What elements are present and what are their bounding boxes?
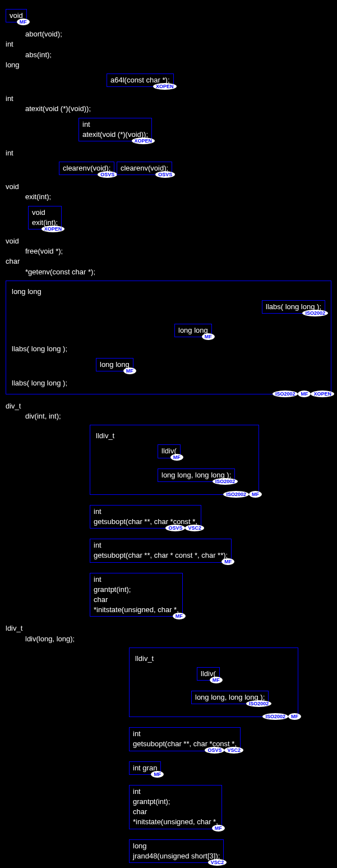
badge-mf: MF — [151, 771, 164, 778]
dialect-box: int getsubopt(char **, char *const *,OSV… — [90, 505, 201, 529]
dialect-big-box: lldiv_tlldiv(MFlong long, long long );IS… — [90, 425, 259, 495]
badge-xopen: XOPEN — [132, 137, 155, 144]
code-line: int getsubopt(char **, char *const *,OSV… — [6, 724, 331, 757]
badge-mf: MF — [298, 391, 311, 397]
code-line: lldiv_tlldiv(MFlong long, long long );IS… — [6, 421, 331, 502]
badge-mf: MF — [123, 368, 136, 374]
dialect-box: voidMF — [6, 9, 27, 22]
badge-mf: MF — [221, 558, 234, 565]
badge-mf: MF — [249, 491, 262, 498]
badge-iso2002: ISO2002 — [273, 391, 298, 397]
code-line: ldiv_t — [6, 623, 331, 633]
badge-vsc2: VSC2 — [224, 747, 243, 754]
code-line: ldiv(long, long); — [6, 634, 331, 644]
badge-mf: MF — [202, 333, 215, 340]
code-line: abs(int); — [6, 50, 331, 60]
badge-osvs: OSVS — [165, 525, 185, 531]
dialect-box: a64l(const char *);XOPEN — [107, 74, 174, 87]
code-line: int getsubopt(char **, char *const *,OSV… — [6, 502, 331, 535]
badge-xopen: XOPEN — [153, 83, 177, 90]
dialect-box: int atexit(void (*)(void));XOPEN — [79, 118, 152, 141]
badge-mf: MF — [17, 19, 30, 25]
badge-iso2002: ISO2002 — [223, 491, 249, 498]
code-line: int grantpt(int); char *initstate(unsign… — [6, 570, 331, 624]
code-line: *getenv(const char *); — [6, 267, 331, 277]
code-line: int — [6, 94, 331, 104]
code-line: div_t — [6, 401, 331, 411]
code-line: void — [6, 182, 331, 192]
badge-mf: MF — [173, 613, 186, 619]
dialect-box: lldiv(MF — [197, 667, 220, 681]
badge-mf: MF — [288, 713, 301, 720]
dialect-box: int getsubopt(char **, char * const *, c… — [90, 539, 232, 562]
code-line: int getsubopt(char **, char * const *, c… — [6, 535, 331, 569]
code-line: char — [6, 256, 331, 267]
code-line: long jrand48(unsigned short[3]);VSC2 — [6, 836, 331, 868]
badge-osvs: OSVS — [155, 171, 175, 178]
dialect-box: int grantpt(int); char *initstate(unsign… — [90, 573, 183, 617]
code-line: int granMF — [6, 758, 331, 782]
dialect-box: clearenv(void);OSVS — [117, 162, 172, 175]
code-line: int atexit(void (*)(void));XOPEN — [6, 114, 331, 148]
code-line: int — [6, 39, 331, 49]
code-line: lldiv_tlldiv(MFlong long, long long );IS… — [6, 644, 331, 724]
badge-vsc2: VSC2 — [185, 525, 204, 531]
dialect-box: int getsubopt(char **, char *const *,OSV… — [129, 727, 241, 751]
dialect-box: int grantpt(int); char *initstate(unsign… — [129, 785, 222, 829]
dialect-box: void exit(int);XOPEN — [28, 206, 62, 229]
dialect-big-box: lldiv_tlldiv(MFlong long, long long );IS… — [129, 647, 298, 718]
code-line: void exit(int);XOPEN — [6, 203, 331, 236]
code-line: div(int, int); — [6, 411, 331, 421]
code-line: void — [6, 236, 331, 246]
dialect-box: long jrand48(unsigned short[3]);VSC2 — [129, 839, 224, 863]
code-line: exit(int); — [6, 192, 331, 202]
badge-iso2002: ISO2002 — [302, 310, 328, 316]
badge-osvs: OSVS — [98, 171, 117, 178]
code-line: abort(void); — [6, 29, 331, 39]
code-line: a64l(const char *);XOPEN — [6, 70, 331, 94]
code-line: int — [6, 148, 331, 158]
badge-iso2002: ISO2002 — [213, 478, 238, 485]
dialect-box: clearenv(void);OSVS — [59, 162, 114, 175]
code-line: long longllabs( long long );ISO2002long … — [6, 281, 331, 394]
code-line: int grantpt(int); char *initstate(unsign… — [6, 782, 331, 836]
badge-mf: MF — [210, 677, 223, 683]
dialect-box: long long, long long );ISO2002 — [191, 691, 269, 704]
badge-xopen: XOPEN — [41, 226, 65, 232]
badge-mf: MF — [212, 825, 225, 832]
badge-mf: MF — [170, 454, 183, 461]
badge-iso2002: ISO2002 — [246, 700, 272, 707]
dialect-box: long longMF — [96, 358, 133, 371]
badge-osvs: OSVS — [205, 747, 224, 754]
dialect-big-box: long longllabs( long long );ISO2002long … — [6, 281, 331, 394]
dialect-box: int granMF — [129, 761, 161, 775]
dialect-box: long long, long long );ISO2002 — [158, 469, 235, 482]
badge-vsc2: VSC2 — [208, 859, 227, 866]
dialect-box: long longMF — [174, 324, 212, 337]
dialect-box: llabs( long long );ISO2002 — [262, 300, 325, 314]
dialect-box: lldiv(MF — [158, 444, 181, 458]
code-line: long — [6, 60, 331, 70]
badge-xopen: XOPEN — [311, 391, 334, 397]
code-line: atexit(void (*)(void)); — [6, 104, 331, 114]
code-line: clearenv(void);OSVS clearenv(void);OSVS — [6, 158, 331, 182]
badge-iso2002: ISO2002 — [262, 713, 288, 720]
code-line: voidMF — [6, 6, 331, 29]
code-line: free(void *); — [6, 246, 331, 256]
